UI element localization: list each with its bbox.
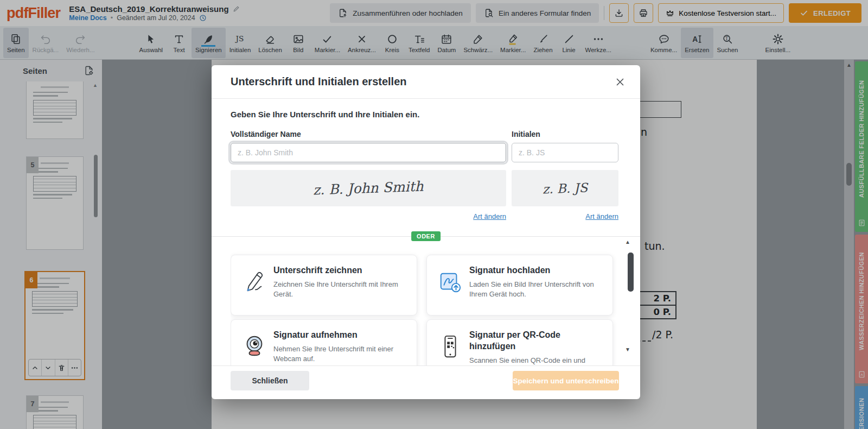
card-title: Signatur per QR-Code hinzufügen [469,330,605,352]
webcam-card-icon [242,334,267,359]
card-title: Unterschrift zeichnen [273,265,409,276]
card-body: Signatur hochladenLaden Sie ein Bild Ihr… [469,265,605,299]
signature-modal: Unterschrift und Initialen erstellen Geb… [212,65,640,399]
card-description: Zeichnen Sie Ihre Unterschrift mit Ihrem… [273,280,409,299]
change-style-link-signature[interactable]: Art ändern [231,212,506,220]
full-name-label: Vollständiger Name [231,130,301,138]
signature-option-webcam[interactable]: Signatur aufnehmenNehmen Sie Ihre Unters… [231,319,417,365]
close-modal-button[interactable]: Schließen [231,371,309,390]
change-style-link-initials[interactable]: Art ändern [512,212,618,220]
initials-input[interactable] [512,143,618,162]
qr-card-icon [438,334,463,359]
draw-card-icon [242,269,267,294]
save-and-sign-button[interactable]: Speichern und unterschreiben [513,371,619,390]
card-body: Signatur aufnehmenNehmen Sie Ihre Unters… [273,330,409,364]
modal-scroll-down-icon[interactable]: ▼ [625,346,630,352]
app-root: pdfFiller ESA_Deutsch_2019_Korrekturanwe… [0,0,868,429]
initials-label: Initialen [512,130,540,138]
modal-scrollbar-thumb[interactable] [628,253,634,292]
signature-option-upload[interactable]: Signatur hochladenLaden Sie ein Bild Ihr… [426,255,613,316]
signature-options: Unterschrift zeichnenZeichnen Sie Ihre U… [231,243,621,365]
modal-title: Unterschrift und Initialen erstellen [231,75,407,88]
card-description: Scannen Sie einen QR-Code ein und [469,356,605,365]
or-badge: ODER [411,231,441,241]
initials-preview: z. B. JS [512,170,618,206]
signature-option-draw[interactable]: Unterschrift zeichnenZeichnen Sie Ihre U… [231,255,417,316]
modal-footer: Schließen Speichern und unterschreiben [212,365,640,399]
initials-preview-text: z. B. JS [542,180,588,196]
card-description: Laden Sie ein Bild Ihrer Unterschrift vo… [469,280,605,299]
full-name-input[interactable] [231,143,506,162]
card-title: Signatur hochladen [469,265,605,276]
card-description: Nehmen Sie Ihre Unterschrift mit einer W… [273,344,409,364]
card-body: Unterschrift zeichnenZeichnen Sie Ihre U… [273,265,409,299]
signature-preview: z. B. John Smith [231,170,506,206]
modal-header: Unterschrift und Initialen erstellen [212,65,640,99]
signature-option-qr[interactable]: Signatur per QR-Code hinzufügenScannen S… [426,319,613,365]
close-icon[interactable] [614,76,626,88]
signature-preview-text: z. B. John Smith [313,178,424,198]
card-body: Signatur per QR-Code hinzufügenScannen S… [469,330,605,365]
modal-scroll-up-icon[interactable]: ▲ [625,239,630,245]
upload-card-icon [438,269,463,294]
modal-intro: Geben Sie Ihre Unterschrift und Ihre Ini… [231,110,419,119]
card-title: Signatur aufnehmen [273,330,409,341]
